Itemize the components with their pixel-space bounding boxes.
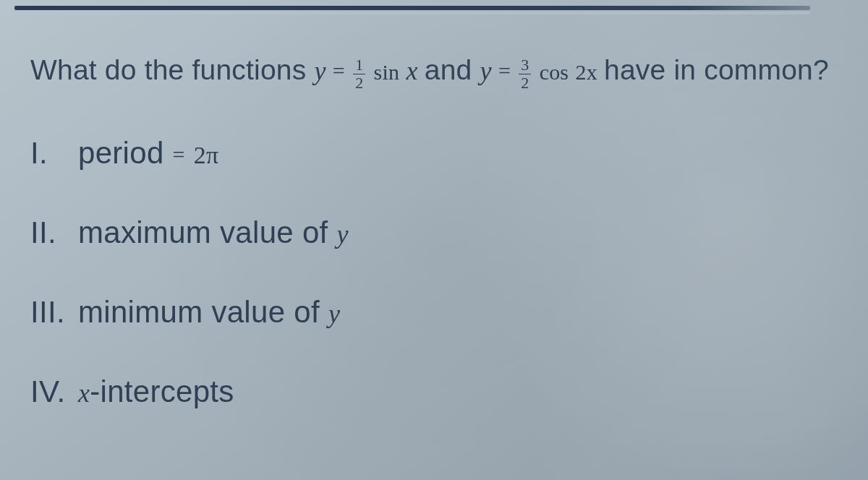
var-y: y — [328, 299, 340, 328]
arg-2x: 2x — [575, 60, 597, 84]
equals-sign: = — [333, 59, 345, 82]
function-2: y = 3 2 cos 2x — [480, 56, 605, 85]
fraction-numerator: 1 — [353, 57, 365, 74]
question-text: What do the functions y = 1 2 sin x and … — [30, 51, 846, 91]
arg-x: x — [406, 56, 417, 85]
option-text: maximum value of — [78, 215, 337, 249]
option-text: -intercepts — [90, 374, 234, 408]
question-and: and — [425, 54, 480, 85]
fraction-denominator: 2 — [519, 74, 531, 91]
horizontal-rule-shadow — [14, 12, 810, 14]
option-i: I. period = 2π — [30, 136, 846, 171]
fraction-numerator: 3 — [519, 57, 531, 74]
question-block: What do the functions y = 1 2 sin x and … — [30, 51, 846, 409]
var-y: y — [314, 56, 326, 85]
option-label: I. — [30, 136, 69, 171]
equals-sign: = — [173, 142, 185, 166]
option-label: III. — [30, 295, 69, 330]
option-ii: II. maximum value of y — [30, 215, 846, 250]
fraction-denominator: 2 — [353, 74, 365, 91]
options-list: I. period = 2π II. maximum value of y II… — [30, 136, 846, 409]
question-lead: What do the functions — [30, 54, 314, 85]
question-tail: have in common? — [604, 54, 829, 85]
option-text: period — [78, 136, 173, 170]
var-y: y — [480, 56, 492, 85]
horizontal-rule — [14, 6, 810, 10]
option-iv: IV. x-intercepts — [30, 374, 846, 409]
var-y: y — [337, 220, 349, 249]
cos-function: cos — [540, 60, 569, 84]
equals-sign: = — [498, 59, 511, 82]
sin-function: sin — [374, 60, 400, 84]
var-x: x — [78, 379, 90, 408]
option-text: minimum value of — [78, 295, 328, 329]
fraction-one-half: 1 2 — [353, 57, 365, 91]
option-label: II. — [30, 215, 69, 250]
value-two-pi: 2π — [194, 142, 219, 168]
option-label: IV. — [30, 374, 69, 409]
option-iii: III. minimum value of y — [30, 295, 846, 330]
fraction-three-halves: 3 2 — [519, 57, 531, 91]
function-1: y = 1 2 sin x — [314, 56, 424, 85]
